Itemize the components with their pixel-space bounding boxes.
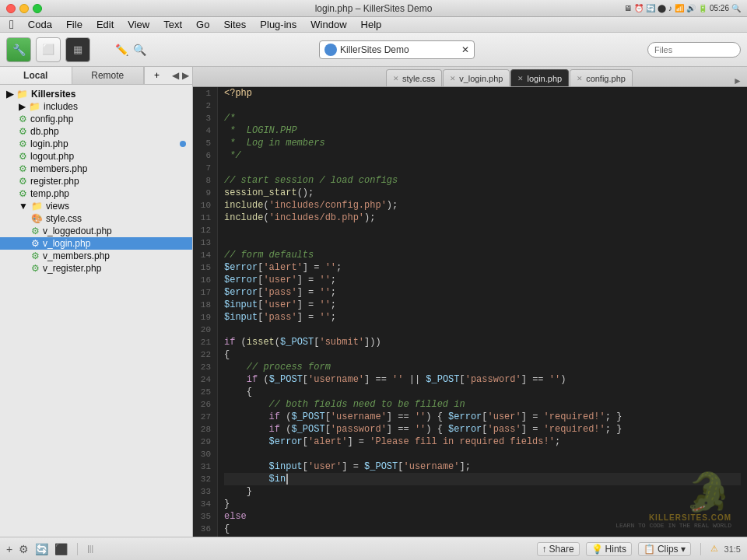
toolbar-btn-green[interactable]: 🔧 — [6, 37, 31, 62]
code-line: // process form — [224, 361, 741, 373]
divider2 — [700, 543, 701, 555]
sidebar-item-style[interactable]: 🎨 style.css — [0, 212, 192, 225]
menu-edit[interactable]: Edit — [90, 17, 120, 33]
tab-close-vloginphp[interactable]: ✕ — [450, 75, 456, 82]
monitor-icon: 🖥 — [624, 4, 632, 12]
sys-icon-cluster: 🖥 ⏰ 🔄 ⬤ ♪ 📶 🔊 🔋 05:26 🔍 — [624, 4, 741, 12]
tab-bar: ✕ style.css ✕ v_login.php ✕ login.php ✕ … — [193, 67, 747, 87]
menu-plugins[interactable]: Plug-ins — [254, 17, 303, 33]
sidebar-item-temp-label: temp.php — [30, 188, 69, 199]
address-bar[interactable]: KillerSites Demo ✕ — [319, 40, 475, 59]
add-file-button[interactable]: + — [6, 543, 12, 555]
tab-vloginphp[interactable]: ✕ v_login.php — [443, 69, 510, 86]
file-status-icon: ⚙ — [19, 126, 27, 137]
share-button[interactable]: ↑ Share — [537, 542, 580, 556]
tab-loginphp[interactable]: ✕ login.php — [510, 69, 569, 86]
tab-configphp[interactable]: ✕ config.php — [570, 69, 633, 86]
tab-local[interactable]: Local — [0, 67, 72, 84]
tab-close-stylecss[interactable]: ✕ — [393, 75, 399, 82]
line-numbers: 12345 678910 1112131415 1617181920 21222… — [193, 87, 218, 537]
menu-text[interactable]: Text — [157, 17, 188, 33]
terminal-button[interactable]: ⬛ — [54, 543, 68, 555]
tab-close-configphp[interactable]: ✕ — [577, 75, 583, 82]
gear-button[interactable]: ⚙ — [19, 543, 29, 555]
code-line: $error['alert'] = ''; — [224, 261, 741, 274]
close-button[interactable] — [6, 4, 16, 13]
tab-close-loginphp[interactable]: ✕ — [517, 75, 524, 82]
menu-view[interactable]: View — [121, 17, 156, 33]
sidebar-item-logout-label: logout.php — [30, 151, 74, 162]
menu-sites[interactable]: Sites — [217, 17, 252, 33]
code-line: include('includes/db.php'); — [224, 212, 741, 224]
sidebar-item-members[interactable]: ⚙ members.php — [0, 163, 192, 175]
file-status-icon: ⚙ — [19, 114, 27, 124]
sidebar-item-vlogin-label: v_login.php — [43, 238, 90, 249]
file-status-icon: ⚙ — [31, 250, 40, 261]
menu-go[interactable]: Go — [190, 17, 216, 33]
menu-window[interactable]: Window — [304, 17, 352, 33]
code-line: $in — [224, 473, 741, 485]
sidebar-item-includes[interactable]: ▶ 📁 includes — [0, 100, 192, 113]
sidebar-item-login[interactable]: ⚙ login.php — [0, 138, 192, 150]
toolbar-btn-pencil[interactable]: ✏️ — [115, 37, 128, 62]
nav-forward-button[interactable]: ▶ — [182, 70, 189, 81]
code-line: session_start(); — [224, 187, 741, 199]
tab-stylecss[interactable]: ✕ style.css — [386, 69, 442, 86]
sidebar: Local Remote + ◀ ▶ ▶ 📁 Killersites ▶ 📁 i… — [0, 67, 193, 537]
code-line — [224, 224, 741, 236]
code-line: if ($_POST['username'] == '' || $_POST['… — [224, 373, 741, 386]
menu-help[interactable]: Help — [355, 17, 388, 33]
tab-remote[interactable]: Remote — [72, 67, 145, 84]
code-editor[interactable]: 12345 678910 1112131415 1617181920 21222… — [193, 87, 747, 537]
toolbar-btn-gray1[interactable]: ⬜ — [36, 37, 61, 62]
sync-button[interactable]: 🔄 — [35, 543, 48, 555]
address-clear-button[interactable]: ✕ — [461, 44, 469, 55]
tab-overflow-button[interactable]: ► — [728, 75, 747, 86]
sidebar-item-login-label: login.php — [30, 138, 68, 149]
toolbar-btn-search[interactable]: 🔍 — [133, 37, 146, 62]
code-line: include('views/v_login.php'); — [224, 535, 741, 537]
code-line — [224, 324, 741, 336]
maximize-button[interactable] — [33, 4, 42, 13]
sidebar-item-vmembers[interactable]: ⚙ v_members.php — [0, 250, 192, 262]
sidebar-item-config[interactable]: ⚙ config.php — [0, 113, 192, 125]
code-line: if (isset($_POST['submit'])) — [224, 336, 741, 348]
code-line: // form defaults — [224, 249, 741, 261]
sidebar-root-label: Killersites — [31, 89, 75, 100]
sidebar-item-logout[interactable]: ⚙ logout.php — [0, 150, 192, 163]
system-icons: 🖥 ⏰ 🔄 ⬤ ♪ 📶 🔊 🔋 05:26 🔍 — [624, 4, 741, 12]
cursor-position: 31:5 — [724, 544, 741, 554]
search-icon[interactable]: 🔍 — [731, 4, 741, 12]
sidebar-item-vregister[interactable]: ⚙ v_register.php — [0, 262, 192, 275]
code-line: $error['pass'] = ''; — [224, 286, 741, 299]
menu-coda[interactable]: Coda — [22, 17, 58, 33]
hints-button[interactable]: 💡 Hints — [586, 542, 632, 556]
sidebar-item-db[interactable]: ⚙ db.php — [0, 125, 192, 138]
sidebar-root-item[interactable]: ▶ 📁 Killersites — [0, 88, 192, 100]
code-line: // start session / load configs — [224, 174, 741, 187]
sidebar-item-vloggedout[interactable]: ⚙ v_loggedout.php — [0, 225, 192, 237]
toolbar-btn-terminal[interactable]: ▦ — [65, 37, 90, 62]
clips-button[interactable]: 📋 Clips ▾ — [638, 542, 691, 556]
sidebar-item-register[interactable]: ⚙ register.php — [0, 175, 192, 187]
sidebar-item-vloggedout-label: v_loggedout.php — [43, 226, 112, 236]
code-line: $error['alert'] = 'Please fill in requir… — [224, 436, 741, 448]
minimize-button[interactable] — [19, 4, 29, 13]
nav-back-button[interactable]: ◀ — [172, 70, 179, 81]
apple-menu[interactable]:  — [3, 17, 20, 33]
sidebar-add-button[interactable]: + — [144, 67, 169, 84]
code-lines[interactable]: <?php /* * LOGIN.PHP * Log in members */… — [218, 87, 747, 537]
code-line: else — [224, 510, 741, 523]
wifi-icon: 📶 — [675, 4, 684, 12]
sidebar-item-vlogin[interactable]: ⚙ v_login.php — [0, 237, 192, 250]
menu-file[interactable]: File — [60, 17, 89, 33]
code-line — [224, 100, 741, 112]
window-controls[interactable] — [6, 4, 42, 13]
code-line: include('includes/config.php'); — [224, 199, 741, 212]
code-line: { — [224, 386, 741, 398]
tab-label-vloginphp: v_login.php — [459, 74, 503, 83]
sidebar-item-includes-label: includes — [44, 101, 78, 112]
files-search-input[interactable] — [647, 42, 741, 58]
sidebar-item-temp[interactable]: ⚙ temp.php — [0, 187, 192, 200]
sidebar-item-views[interactable]: ▼ 📁 views — [0, 200, 192, 212]
